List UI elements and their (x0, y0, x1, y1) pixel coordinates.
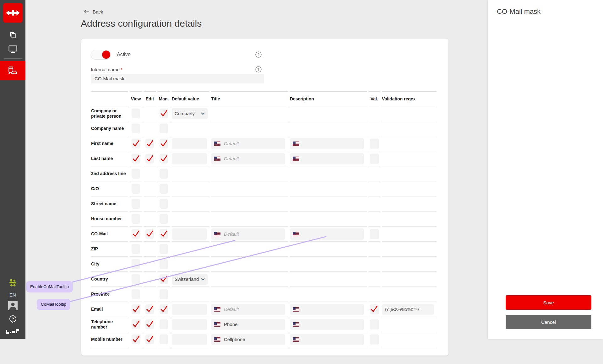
view-checkbox[interactable] (132, 184, 140, 194)
description-input[interactable] (302, 141, 361, 147)
man-checkbox[interactable] (160, 319, 168, 329)
address-table-body: Company or private personCompanyCompany … (91, 106, 437, 347)
field-label: Company name (91, 121, 128, 136)
table-row: 2nd address line (91, 166, 437, 181)
edit-checkbox[interactable] (145, 154, 154, 163)
edit-checkbox[interactable] (145, 229, 154, 239)
edit-checkbox[interactable] (145, 319, 154, 329)
description-field (290, 228, 364, 240)
view-checkbox[interactable] (132, 124, 140, 133)
sidebar-item-traffic[interactable] (0, 61, 25, 80)
man-checkbox[interactable] (160, 289, 168, 299)
sidebar-item-user-switch[interactable] (8, 279, 18, 288)
field-label: 2nd address line (91, 166, 128, 181)
traffic-vehicles-icon (8, 66, 18, 75)
view-checkbox[interactable] (132, 154, 140, 163)
field-label: House number (91, 211, 128, 227)
validation-checkbox[interactable] (370, 335, 379, 345)
table-row: C/O (91, 181, 437, 196)
man-checkbox[interactable] (160, 259, 168, 269)
man-checkbox[interactable] (160, 154, 168, 163)
default-value-select[interactable]: Switzerland (172, 274, 208, 285)
column-header-val: Val. (369, 91, 380, 106)
title-input[interactable] (223, 336, 282, 342)
man-checkbox[interactable] (160, 139, 168, 148)
man-checkbox[interactable] (160, 199, 168, 209)
view-checkbox[interactable] (132, 244, 140, 254)
cancel-button[interactable]: Cancel (506, 315, 591, 329)
internal-name-help-icon[interactable]: ? (255, 66, 262, 73)
view-checkbox[interactable] (132, 139, 140, 148)
view-checkbox[interactable] (132, 304, 140, 314)
default-value-input[interactable] (172, 319, 207, 330)
internal-name-input[interactable] (91, 74, 264, 83)
view-checkbox[interactable] (132, 319, 140, 329)
back-label: Back (93, 9, 103, 14)
title-input[interactable] (223, 156, 282, 162)
language-switcher[interactable]: EN (9, 292, 16, 297)
table-row: Last name (91, 151, 437, 166)
description-input[interactable] (302, 321, 361, 327)
sidebar-help-button[interactable]: ? (9, 315, 17, 325)
description-input[interactable] (302, 156, 361, 162)
view-checkbox[interactable] (132, 259, 140, 269)
man-checkbox[interactable] (160, 169, 168, 179)
title-input[interactable] (223, 306, 282, 312)
view-checkbox[interactable] (132, 274, 140, 284)
save-button[interactable]: Save (506, 295, 591, 310)
validation-checkbox[interactable] (370, 304, 379, 314)
view-checkbox[interactable] (132, 169, 140, 179)
chevron-down-icon (201, 112, 205, 115)
man-checkbox[interactable] (160, 335, 168, 344)
sbb-logo[interactable] (3, 3, 23, 23)
internal-name-label: Internal name* (91, 67, 122, 72)
validation-checkbox[interactable] (370, 139, 379, 149)
view-checkbox[interactable] (132, 289, 140, 299)
validation-checkbox[interactable] (370, 319, 379, 329)
default-value-input[interactable] (172, 228, 207, 240)
validation-checkbox[interactable] (370, 229, 379, 239)
view-checkbox[interactable] (132, 214, 140, 224)
view-checkbox[interactable] (132, 199, 140, 209)
man-checkbox[interactable] (160, 244, 168, 254)
man-checkbox[interactable] (160, 229, 168, 239)
man-checkbox[interactable] (160, 124, 168, 133)
man-checkbox[interactable] (160, 274, 168, 284)
description-input[interactable] (302, 231, 361, 237)
us-flag-icon (214, 142, 220, 146)
title-input[interactable] (223, 321, 282, 327)
view-checkbox[interactable] (132, 109, 140, 118)
validation-checkbox[interactable] (370, 154, 379, 164)
description-input[interactable] (302, 306, 361, 312)
table-row: Email (91, 302, 437, 317)
title-field (211, 319, 285, 330)
default-value-input[interactable] (172, 138, 207, 149)
title-input[interactable] (223, 141, 282, 147)
us-flag-icon (214, 337, 220, 342)
description-field (290, 153, 364, 164)
title-input[interactable] (223, 231, 282, 237)
man-checkbox[interactable] (160, 214, 168, 224)
view-checkbox[interactable] (132, 335, 140, 344)
sidebar-item-screens[interactable] (0, 42, 25, 56)
default-value-input[interactable] (172, 153, 207, 164)
field-label: City (91, 257, 128, 272)
man-checkbox[interactable] (160, 109, 168, 118)
back-button[interactable]: Back (84, 9, 103, 14)
avatar[interactable] (8, 301, 18, 310)
default-value-select[interactable]: Company (172, 108, 208, 119)
view-checkbox[interactable] (132, 229, 140, 239)
active-help-icon[interactable]: ? (255, 51, 262, 58)
description-input[interactable] (302, 336, 361, 342)
man-checkbox[interactable] (160, 304, 168, 314)
default-value-input[interactable] (172, 304, 207, 315)
edit-checkbox[interactable] (145, 335, 154, 344)
active-toggle[interactable] (91, 50, 111, 59)
edit-checkbox[interactable] (145, 139, 154, 148)
validation-regex-input[interactable] (384, 307, 432, 312)
sidebar-item-documents[interactable] (0, 28, 25, 42)
column-header-validation-regex: Validation regex (382, 91, 437, 106)
edit-checkbox[interactable] (145, 304, 154, 314)
default-value-input[interactable] (172, 334, 207, 345)
man-checkbox[interactable] (160, 184, 168, 194)
